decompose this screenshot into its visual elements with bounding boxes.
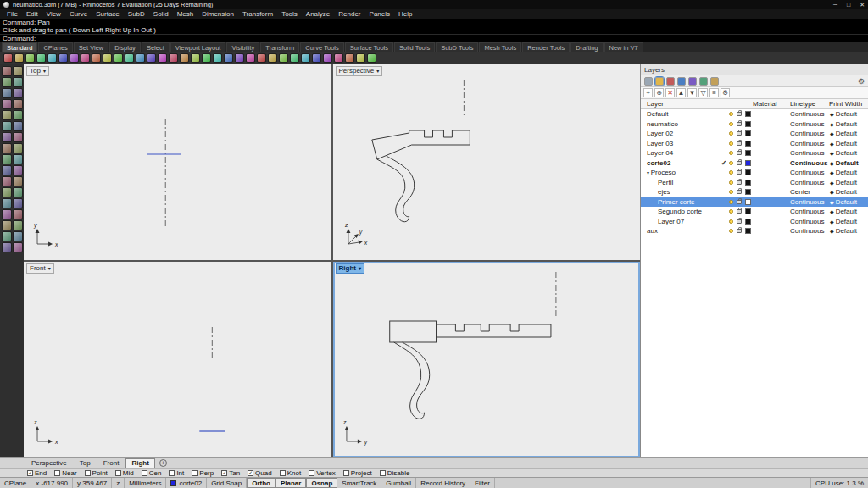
menu-help[interactable]: Help: [394, 10, 416, 18]
checkbox-icon[interactable]: [343, 470, 349, 476]
checkbox-icon[interactable]: [192, 470, 198, 476]
status-current-layer[interactable]: corte02: [166, 478, 207, 488]
toolbar-tab-render-tools[interactable]: Render Tools: [522, 42, 570, 52]
menu-curve[interactable]: Curve: [65, 10, 92, 18]
delete-layer-button[interactable]: ✕: [665, 88, 675, 97]
move-up-button[interactable]: ▲: [676, 88, 686, 97]
right-viewport-canvas[interactable]: z y: [333, 262, 641, 458]
toolbar-tab-display[interactable]: Display: [109, 42, 141, 52]
cut-icon[interactable]: [47, 53, 57, 63]
layer-name[interactable]: Primer corte: [641, 198, 721, 206]
selection-filter-icon[interactable]: [13, 66, 23, 76]
pan-view-icon[interactable]: [114, 53, 123, 63]
layer-print-width[interactable]: ◆Default: [829, 159, 868, 167]
ellipse-icon[interactable]: [2, 187, 12, 197]
layer-color-swatch[interactable]: [743, 111, 753, 117]
layer-row[interactable]: corte02 ✓ Continuous ◆Default: [641, 158, 868, 169]
osnap-int[interactable]: Int: [169, 469, 184, 477]
osnap-knot[interactable]: Knot: [280, 469, 301, 477]
layer-color-swatch[interactable]: [743, 160, 753, 166]
layer-name[interactable]: Layer 04: [641, 149, 721, 157]
copy-icon[interactable]: [13, 88, 23, 98]
menu-panels[interactable]: Panels: [365, 10, 394, 18]
checkbox-icon[interactable]: ✓: [221, 470, 227, 476]
menu-file[interactable]: File: [3, 10, 22, 18]
rectangle-icon[interactable]: [13, 165, 23, 175]
osnap-quad[interactable]: ✓Quad: [248, 469, 272, 477]
toolbar-tab-select[interactable]: Select: [142, 42, 170, 52]
osnap-mid[interactable]: Mid: [115, 469, 134, 477]
shaded-view-icon[interactable]: [191, 53, 200, 63]
layer-visibility-bulb-icon[interactable]: [727, 200, 735, 204]
select-pointer-icon[interactable]: [2, 66, 12, 76]
panel-caption[interactable]: Layers: [641, 64, 868, 75]
layer-name[interactable]: ▾ Proceso: [641, 169, 721, 176]
rendering-tab[interactable]: [699, 77, 708, 86]
layer-color-swatch[interactable]: [743, 130, 753, 136]
render-preview-icon[interactable]: [202, 53, 211, 63]
layer-lock-icon[interactable]: [735, 131, 743, 136]
profile-bar-curve[interactable]: [436, 324, 550, 337]
layer-print-width[interactable]: ◆Default: [829, 120, 868, 128]
layer-visibility-bulb-icon[interactable]: [727, 209, 735, 214]
layer-print-width[interactable]: ◆Default: [829, 218, 868, 225]
layer-color-swatch[interactable]: [743, 189, 753, 195]
toggle-gumball[interactable]: Gumball: [381, 478, 416, 488]
layer-linetype[interactable]: Continuous: [790, 169, 829, 176]
layers-dialog-icon[interactable]: [224, 53, 233, 63]
column-linetype[interactable]: Linetype: [790, 100, 829, 108]
sweep-icon[interactable]: [2, 242, 12, 252]
join-tool-icon[interactable]: [301, 53, 310, 63]
toolbar-tab-solid-tools[interactable]: Solid Tools: [394, 42, 435, 52]
mirror-tool-icon[interactable]: [290, 53, 299, 63]
object-snap-icon[interactable]: [235, 53, 244, 63]
layer-linetype[interactable]: Continuous: [790, 208, 829, 215]
layer-color-swatch[interactable]: [743, 219, 753, 225]
menu-dimension[interactable]: Dimension: [198, 10, 238, 18]
help-tab[interactable]: [677, 77, 686, 86]
toolbar-tab-new-in-v7[interactable]: New in V7: [604, 42, 643, 52]
viewport-top[interactable]: Top ▾ y x: [24, 64, 331, 260]
layer-print-width[interactable]: ◆Default: [829, 227, 868, 235]
menu-tools[interactable]: Tools: [277, 10, 302, 18]
object-properties-icon[interactable]: [213, 53, 222, 63]
group-tool-icon[interactable]: [334, 53, 343, 63]
layer-linetype[interactable]: Continuous: [790, 227, 829, 235]
toolbar-tab-subd-tools[interactable]: SubD Tools: [436, 42, 478, 52]
display-mode-icon[interactable]: [180, 53, 189, 63]
trim-tool-icon[interactable]: [312, 53, 321, 63]
menu-view[interactable]: View: [42, 10, 65, 18]
layer-linetype[interactable]: Continuous: [790, 149, 829, 157]
toggle-filter[interactable]: Filter: [470, 478, 495, 488]
osnap-perp[interactable]: Perp: [192, 469, 214, 477]
layer-name[interactable]: Layer 03: [641, 140, 721, 147]
zoom-extents-icon[interactable]: [125, 53, 134, 63]
point-icon[interactable]: [13, 198, 23, 208]
materials-tab[interactable]: [688, 77, 697, 86]
profile-block-curve[interactable]: [389, 321, 436, 342]
toolbar-tab-set-view[interactable]: Set View: [74, 42, 108, 52]
layer-name[interactable]: neumatico: [641, 120, 721, 128]
toolbar-tab-cplanes[interactable]: CPlanes: [38, 42, 72, 52]
layer-name[interactable]: corte02: [641, 159, 721, 167]
new-file-icon[interactable]: [3, 53, 13, 63]
maximize-button[interactable]: □: [847, 2, 850, 8]
viewport-menu-arrow-icon[interactable]: ▾: [48, 264, 51, 273]
notes-tab[interactable]: [710, 77, 719, 86]
named-views-icon[interactable]: [169, 53, 178, 63]
toolbar-tab-drafting[interactable]: Drafting: [570, 42, 603, 52]
viewport-tab-top[interactable]: Top: [74, 458, 97, 469]
viewport-menu-arrow-icon[interactable]: ▾: [376, 67, 379, 75]
undo-icon[interactable]: [81, 53, 90, 63]
chamfer-icon[interactable]: [13, 143, 23, 153]
checkbox-icon[interactable]: [85, 470, 91, 476]
zoom-icon[interactable]: [13, 77, 23, 87]
menu-analyze[interactable]: Analyze: [302, 10, 334, 18]
four-view-layout-icon[interactable]: [158, 53, 167, 63]
checkbox-icon[interactable]: [380, 470, 386, 476]
viewport-title-top[interactable]: Top ▾: [26, 66, 49, 76]
viewport-menu-arrow-icon[interactable]: ▾: [359, 264, 361, 273]
layer-row[interactable]: aux Continuous ◆Default: [641, 226, 868, 236]
layer-linetype[interactable]: Continuous: [790, 179, 829, 186]
text-icon[interactable]: [2, 209, 12, 219]
